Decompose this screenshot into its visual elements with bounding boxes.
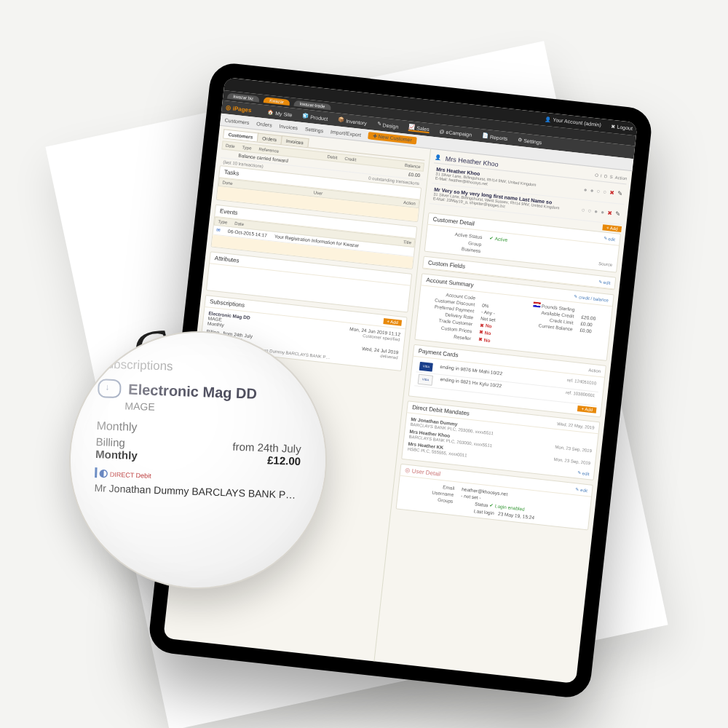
nav-product[interactable]: 🧊 Product [302,113,328,122]
nav-design[interactable]: ✎ Design [376,121,398,129]
nav-settings[interactable]: ⚙ Settings [518,137,542,146]
edit-link[interactable]: ✎ edit [575,486,587,493]
subnav-settings[interactable]: Settings [305,126,324,133]
cloud-download-icon [98,379,122,398]
credit-balance-link[interactable]: ✎ credit / balance [574,294,609,303]
nav-my-site[interactable]: 🏠 My Site [267,109,293,118]
brand-logo: ◎ iPages [226,104,252,114]
edit-link[interactable]: ✎ edit [598,279,611,285]
nav-sales[interactable]: 📈 Sales [408,124,430,133]
add-address-button[interactable]: + Add [603,224,622,232]
subnav-import-export[interactable]: Import/Export [331,129,362,138]
subnav-invoices[interactable]: Invoices [279,123,298,130]
subnav-customers[interactable]: Customers [224,117,249,125]
nav-reports[interactable]: 📄 Reports [482,132,508,141]
add-subscription-button[interactable]: + Add [383,317,402,325]
nav-ecampaign[interactable]: @ eCampaign [439,128,472,137]
logout-link[interactable]: ✖ Logout [611,124,633,132]
person-icon: 👤 [435,154,442,161]
edit-link[interactable]: ✎ edit [603,235,615,242]
tab-orders[interactable]: Orders [257,132,282,144]
add-card-button[interactable]: + Add [577,405,596,414]
tab-customers[interactable]: Customers [223,129,258,141]
tab-invoices[interactable]: Invoices [280,135,309,147]
subnav-orders[interactable]: Orders [256,121,272,127]
nav-inventory[interactable]: 📦 Inventory [338,116,367,125]
delete-icon[interactable]: ✖ [609,189,615,197]
delete-icon[interactable]: ✖ [606,210,612,217]
edit-icon[interactable]: ✎ [617,190,622,197]
direct-debit-logo: ◐ DIRECT Debit [95,467,151,480]
browser-tab[interactable]: Kwazar [264,97,290,106]
edit-icon[interactable]: ✎ [614,210,620,218]
